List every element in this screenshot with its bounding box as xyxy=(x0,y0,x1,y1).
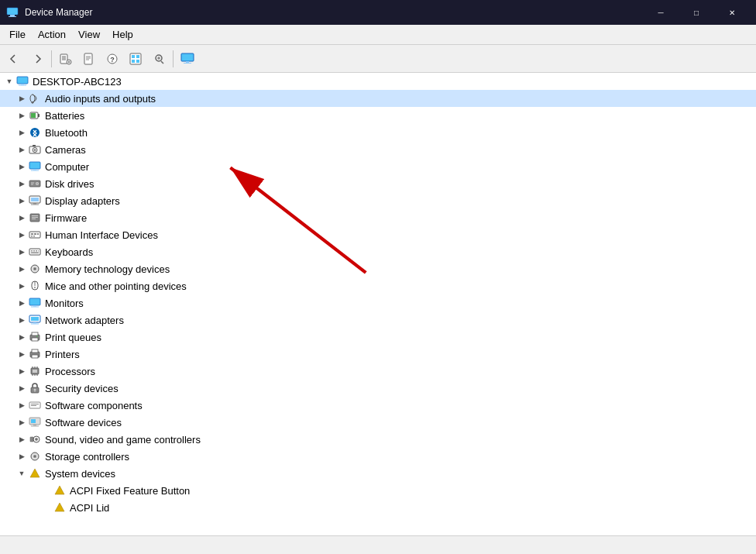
audio-label: Audio inputs and outputs xyxy=(45,93,156,105)
tree-item-cameras[interactable]: ▶ Cameras xyxy=(0,141,756,158)
refresh-button[interactable] xyxy=(125,48,146,70)
security-icon xyxy=(28,382,42,394)
tree-item-security[interactable]: ▶ Security devices xyxy=(0,380,756,397)
menu-help[interactable]: Help xyxy=(106,27,139,42)
menu-file[interactable]: File xyxy=(3,27,32,42)
tree-item-printq[interactable]: ▶ Print queues xyxy=(0,329,756,346)
tree-item-softcomp[interactable]: ▶ Software components xyxy=(0,397,756,414)
svg-rect-19 xyxy=(132,60,135,63)
printq-icon xyxy=(28,331,42,343)
back-button[interactable] xyxy=(3,48,25,70)
svg-rect-53 xyxy=(31,205,39,205)
tree-item-disk[interactable]: ▶ Disk drives xyxy=(0,175,756,192)
firmware-label: Firmware xyxy=(45,212,87,224)
properties-button[interactable] xyxy=(55,48,77,70)
scan-button[interactable] xyxy=(148,48,170,70)
mice-icon xyxy=(28,280,42,292)
svg-rect-52 xyxy=(33,203,36,205)
tree-item-bluetooth[interactable]: ▶ Bluetooth xyxy=(0,124,756,141)
help-doc-button[interactable] xyxy=(78,48,100,70)
sound-expander[interactable]: ▶ xyxy=(15,433,28,446)
root-expander[interactable]: ▼ xyxy=(3,75,15,88)
tree-item-batteries[interactable]: ▶ Batteries xyxy=(0,107,756,124)
storage-expander[interactable]: ▶ xyxy=(15,450,28,463)
softcomp-expander[interactable]: ▶ xyxy=(15,399,28,411)
menu-bar: File Action View Help xyxy=(0,25,756,45)
forward-button[interactable] xyxy=(26,48,48,70)
computer-icon xyxy=(28,160,42,173)
computer-expander[interactable]: ▶ xyxy=(15,160,28,173)
menu-action[interactable]: Action xyxy=(32,27,72,42)
security-expander[interactable]: ▶ xyxy=(15,382,28,394)
tree-item-network[interactable]: ▶ Network adapters xyxy=(0,311,756,329)
svg-point-72 xyxy=(34,268,36,270)
tree-root[interactable]: ▼ DESKTOP-ABC123 xyxy=(0,73,756,90)
tree-item-audio[interactable]: ▶ Audio inputs and outputs xyxy=(0,90,756,107)
svg-point-99 xyxy=(34,389,36,391)
audio-expander[interactable]: ▶ xyxy=(15,92,28,105)
hid-icon xyxy=(28,229,42,241)
status-bar xyxy=(0,535,756,554)
firmware-expander[interactable]: ▶ xyxy=(15,212,28,224)
tree-item-computer[interactable]: ▶ Computer xyxy=(0,158,756,175)
close-button[interactable]: ✕ xyxy=(714,0,750,25)
printers-icon xyxy=(28,348,42,360)
tree-item-monitors[interactable]: ▶ Monitors xyxy=(0,294,756,311)
softdev-expander[interactable]: ▶ xyxy=(15,416,28,428)
bluetooth-expander[interactable]: ▶ xyxy=(15,126,28,139)
softdev-icon xyxy=(28,416,42,428)
svg-point-75 xyxy=(34,287,36,288)
display-expander[interactable]: ▶ xyxy=(15,194,28,207)
tree-item-storage[interactable]: ▶ Storage controllers xyxy=(0,448,756,465)
memory-icon xyxy=(28,263,42,275)
batteries-expander[interactable]: ▶ xyxy=(15,109,28,122)
system-expander[interactable]: ▼ xyxy=(15,467,28,480)
help-button[interactable]: ? xyxy=(101,48,123,70)
tree-item-display[interactable]: ▶ Display adapters xyxy=(0,192,756,209)
tree-item-mice[interactable]: ▶ Mice and other pointing devices xyxy=(0,277,756,294)
firmware-icon xyxy=(28,212,42,224)
hid-expander[interactable]: ▶ xyxy=(15,229,28,241)
tree-item-keyboards[interactable]: ▶ Keyboards xyxy=(0,243,756,260)
root-label: DESKTOP-ABC123 xyxy=(33,76,122,88)
keyboards-label: Keyboards xyxy=(45,246,93,258)
tree-item-memory[interactable]: ▶ Memory technology devices xyxy=(0,260,756,277)
svg-rect-80 xyxy=(31,317,39,321)
svg-rect-36 xyxy=(31,113,36,118)
processors-expander[interactable]: ▶ xyxy=(15,365,28,377)
device-tree[interactable]: ▼ DESKTOP-ABC123 ▶ xyxy=(0,73,756,535)
tree-item-hid[interactable]: ▶ Human Interface Devices xyxy=(0,226,756,243)
separator-1 xyxy=(51,50,52,67)
printers-expander[interactable]: ▶ xyxy=(15,348,28,360)
tree-item-sound[interactable]: ▶ Sound, video and game controllers xyxy=(0,431,756,448)
tree-item-system[interactable]: ▼ System devices xyxy=(0,465,756,482)
tree-item-acpi2[interactable]: ▶ ACPI Lid xyxy=(0,499,756,516)
monitors-expander[interactable]: ▶ xyxy=(15,297,28,309)
tree-item-printers[interactable]: ▶ Printers xyxy=(0,346,756,363)
mice-expander[interactable]: ▶ xyxy=(15,280,28,292)
cameras-expander[interactable]: ▶ xyxy=(15,143,28,156)
tree-item-acpi1[interactable]: ▶ ACPI Fixed Feature Button xyxy=(0,482,756,499)
memory-expander[interactable]: ▶ xyxy=(15,263,28,275)
menu-view[interactable]: View xyxy=(72,27,106,42)
disk-expander[interactable]: ▶ xyxy=(15,177,28,190)
maximize-button[interactable]: □ xyxy=(679,0,714,25)
svg-rect-89 xyxy=(32,355,38,358)
printq-expander[interactable]: ▶ xyxy=(15,331,28,343)
tree-item-processors[interactable]: ▶ Processors xyxy=(0,363,756,380)
svg-rect-61 xyxy=(37,233,39,235)
tree-item-softdev[interactable]: ▶ Software devices xyxy=(0,414,756,431)
svg-text:?: ? xyxy=(110,56,115,64)
security-label: Security devices xyxy=(45,383,119,394)
system-icon xyxy=(28,467,42,480)
keyboards-expander[interactable]: ▶ xyxy=(15,246,28,258)
svg-rect-102 xyxy=(31,404,39,404)
minimize-button[interactable]: ─ xyxy=(643,0,679,25)
processors-label: Processors xyxy=(45,366,95,377)
svg-rect-107 xyxy=(31,426,39,427)
network-expander[interactable]: ▶ xyxy=(15,314,28,326)
memory-label: Memory technology devices xyxy=(45,263,170,275)
tree-item-firmware[interactable]: ▶ Firmware xyxy=(0,209,756,226)
monitor-button[interactable] xyxy=(177,48,198,70)
mice-label: Mice and other pointing devices xyxy=(45,280,187,292)
